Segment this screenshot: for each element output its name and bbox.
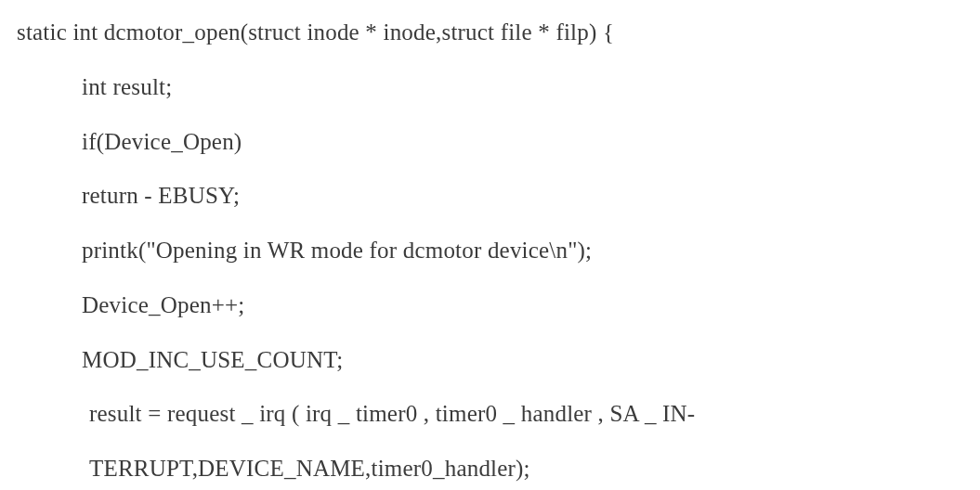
code-line-4: return - EBUSY;: [17, 169, 963, 224]
code-line-3: if(Device_Open): [17, 115, 963, 170]
code-block: static int dcmotor_open(struct inode * i…: [0, 0, 980, 490]
code-line-9: TERRUPT,DEVICE_NAME,timer0_handler);: [17, 442, 963, 490]
code-line-5: printk("Opening in WR mode for dcmotor d…: [17, 224, 963, 278]
code-line-6: Device_Open++;: [17, 278, 963, 333]
code-line-8: result = request _ irq ( irq _ timer0 , …: [17, 387, 963, 442]
code-line-7: MOD_INC_USE_COUNT;: [17, 333, 963, 388]
code-line-1: static int dcmotor_open(struct inode * i…: [17, 6, 963, 60]
code-line-2: int result;: [17, 60, 963, 115]
